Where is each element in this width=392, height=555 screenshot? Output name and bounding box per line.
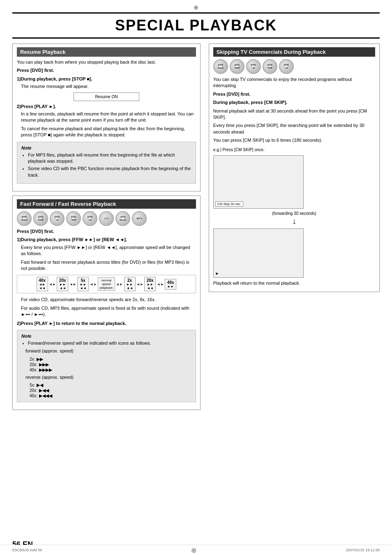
dvd-rw2-icon: DVD-RW <box>66 211 81 226</box>
speed-arrow6: ◄► <box>157 282 164 286</box>
reverse-40x-row: 40x: ▶◀◀◀ <box>30 393 191 398</box>
skip-disc-icons: DVDvideo DVD+RW DVD-R DVD-RW DVD+R <box>213 59 375 74</box>
bottom-crosshair-icon: ⊕ <box>191 546 196 554</box>
ff-step2-title: 2)Press [PLAY ►] to return to the normal… <box>17 320 196 327</box>
speed-arrow4: ◄► <box>116 282 123 286</box>
reverse-40x-icon: ▶◀◀◀ <box>39 393 52 398</box>
skip-dvd-rw2-icon: DVD-RW <box>263 59 277 74</box>
tv-screen-2: ► <box>213 228 304 278</box>
down-arrow-icon: ↓ <box>213 216 375 226</box>
skip-dvd-r-icon: DVD-R <box>246 59 261 74</box>
reverse-5x-label: 5x: <box>30 383 35 387</box>
speed-2x-row: 2x: ▶▶ <box>30 357 191 362</box>
right-column: Skipping TV Commercials During Playback … <box>209 44 380 414</box>
speed-diagram: 40x ◄► ◄◄ ◄► 20x ►► ◄◄ ◄► 5x ►► ◄◄ <box>17 275 196 293</box>
eg-text: e.g.) Press [CM SKIP] once. <box>213 147 375 153</box>
skipping-header: Skipping TV Commercials During Playback <box>213 47 375 57</box>
skip-dvd-video-icon: DVDvideo <box>213 59 228 74</box>
resume-step2-desc1: In a few seconds, playback will resume f… <box>21 111 196 124</box>
top-symbol: ⊕ <box>12 4 380 11</box>
disc-icons-row: DVDvideo DVD+RW DVD-R DVD-RW DVD+R CD VC… <box>17 211 196 226</box>
speed-2x-label: 2x: <box>30 357 35 362</box>
speed-2x-icon: ▶▶ <box>37 357 43 362</box>
fastforward-header: Fast Forward / Fast Reverse Playback <box>17 199 196 209</box>
dvd-video-icon: DVDvideo <box>17 211 32 226</box>
speed-20x-right: 20x ►► ◄◄ <box>144 277 156 291</box>
reverse-20x-label: 20x: <box>30 388 37 393</box>
ff-step1-desc2: Fast forward or fast reverse playback ac… <box>21 259 196 272</box>
resume-note: Note For MP3 files, playback will resume… <box>17 142 196 184</box>
return-text: Playback will return to the normal playb… <box>213 280 375 286</box>
resume-section: Resume Playback You can play back from w… <box>12 44 201 191</box>
reverse-5x-row: 5x: ▶◀ <box>30 382 191 388</box>
speed-40x-row: 40x: ▶▶▶▶ <box>30 367 191 373</box>
reverse-label: reverse (approx. speed) <box>25 374 191 380</box>
list-item: For MP3 files, playback will resume from… <box>28 152 191 165</box>
skip-during-title: During playback, press [CM SKIP]. <box>213 99 375 106</box>
forwarding-text: (forwarding 30 seconds) <box>213 211 375 216</box>
fastforward-section: Fast Forward / Fast Reverse Playback DVD… <box>12 196 201 410</box>
speed-arrow5: ◄► <box>136 282 144 286</box>
skip-dvd-r2-icon: DVD+R <box>279 59 294 74</box>
resume-header: Resume Playback <box>17 47 196 57</box>
speed-arrow1: ◄► <box>49 282 56 286</box>
content-columns: Resume Playback You can play back from w… <box>12 44 380 414</box>
speed-arrow3: ◄► <box>90 282 97 286</box>
skip-dvd-rw-icon: DVD+RW <box>230 59 244 74</box>
page: ⊕ SPECIAL PLAYBACK Resume Playback You c… <box>0 0 392 555</box>
skip-desc2: Every time you press [CM SKIP], the sear… <box>213 122 375 135</box>
speed-40x-right: 40x ►► <box>165 279 176 290</box>
vcd-icon: VCDw/out <box>115 211 130 226</box>
speed-40x-label: 40x: <box>30 368 37 372</box>
resume-intro: You can play back from where you stopped… <box>17 59 196 65</box>
speed-20x-row: 20x: ▶▶▶ <box>30 362 191 367</box>
cm-skip-label: CM Skip 30 sec. <box>215 201 243 207</box>
ff-note-title: Note <box>21 334 191 339</box>
dvd-r2-icon: DVD+R <box>83 211 97 226</box>
dvd-r-icon: DVD-R <box>50 211 65 226</box>
resume-note-list: For MP3 files, playback will resume from… <box>28 152 191 179</box>
resume-on-box: Resume ON <box>74 92 139 101</box>
bottom-bar: E9C80UD.indd 56 ⊕ 2007/01/15 19:11:58 <box>0 545 392 555</box>
cd-icon: CD <box>99 211 114 226</box>
reverse-40x-label: 40x: <box>30 394 37 398</box>
ff-note: Note Forward/reverse speed will be indic… <box>17 330 196 402</box>
resume-note-title: Note <box>21 145 191 150</box>
resume-press-dvd: Press [DVD] first. <box>17 67 196 74</box>
mp3-icon: MP3 <box>132 211 147 226</box>
left-column: Resume Playback You can play back from w… <box>12 44 201 414</box>
speed-40x-left: 40x ◄► ◄◄ <box>37 277 48 291</box>
speed-2x: 2x ►► ◄◄ <box>124 277 136 291</box>
speed-20x-icon: ▶▶▶ <box>39 362 49 367</box>
skip-desc1: Normal playback will start at 30 seconds… <box>213 108 375 121</box>
speed-20x-label: 20x: <box>30 362 37 367</box>
ff-step1-desc1: Every time you press [FFW ►►] or [REW ◄◄… <box>21 244 196 257</box>
speed-normal: normal speed playback <box>98 277 115 291</box>
ff-note-list: Forward/reverse speed will be indicated … <box>28 340 191 346</box>
skip-press-dvd: Press [DVD] first. <box>213 91 375 97</box>
skip-intro: You can skip TV commercials to enjoy the… <box>213 76 375 89</box>
play-triangle-icon: ► <box>215 271 219 276</box>
ff-step1-title: 1)During playback, press [FFW ►►] or [RE… <box>17 237 196 243</box>
ff-desc-mp3: For audio CD, MP3 files, approximate spe… <box>21 305 196 318</box>
speed-5x: 5x ►► ◄◄ <box>77 277 89 291</box>
dvd-rw-icon: DVD+RW <box>33 211 48 226</box>
bottom-right-text: 2007/01/15 19:11:58 <box>346 548 380 552</box>
list-item: Forward/reverse speed will be indicated … <box>28 340 191 346</box>
skipping-section: Skipping TV Commercials During Playback … <box>209 44 380 292</box>
forward-label: forward (approx. speed) <box>25 348 191 354</box>
speed-arrow2: ◄► <box>69 282 76 286</box>
bottom-left-text: E9C80UD.indd 56 <box>12 548 42 552</box>
ff-desc-vcd: For video CD, approximate forward/revers… <box>21 297 196 303</box>
tv-screen-1: CM Skip 30 sec. <box>213 155 304 209</box>
resume-step1-title: 1)During playback, press [STOP ■]. <box>17 76 196 82</box>
reverse-20x-icon: ▶◀◀ <box>39 388 49 393</box>
page-title: SPECIAL PLAYBACK <box>12 12 380 39</box>
reverse-5x-icon: ▶◀ <box>37 382 43 388</box>
resume-step2-desc2: To cancel the resume playback and start … <box>21 126 196 138</box>
list-item: Some video CD with the PBC function resu… <box>28 166 191 178</box>
speed-40x-icon: ▶▶▶▶ <box>39 367 52 373</box>
ff-press-dvd: Press [DVD] first. <box>17 228 196 235</box>
speed-20x-left: 20x ►► ◄◄ <box>57 277 68 291</box>
resume-step2-title: 2)Press [PLAY ►]. <box>17 104 196 110</box>
